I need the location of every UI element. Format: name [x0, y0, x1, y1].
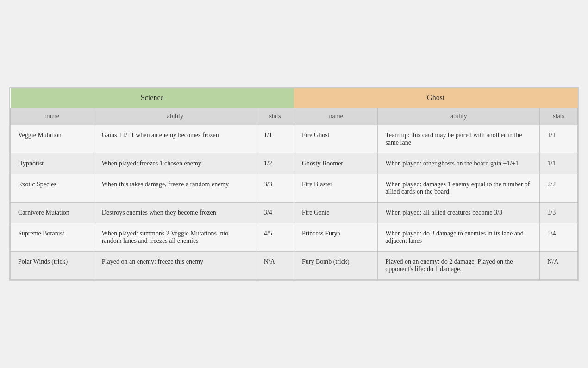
science-stats-header: stats — [256, 108, 294, 125]
ghost-stats-cell: N/A — [540, 252, 578, 280]
ghost-ability-cell: When played: all allied creatures become… — [378, 203, 540, 223]
ghost-stats-cell: 5/4 — [540, 223, 578, 252]
science-ability-cell: When played: summons 2 Veggie Mutations … — [94, 223, 256, 252]
science-ability-header: ability — [94, 108, 256, 125]
science-stats-cell: 4/5 — [256, 223, 294, 252]
science-ability-cell: Destroys enemies when they become frozen — [94, 203, 256, 223]
ghost-name-cell: Fire Blaster — [294, 174, 378, 203]
ghost-name-cell: Fire Ghost — [294, 125, 378, 153]
ghost-ability-cell: Team up: this card may be paired with an… — [378, 125, 540, 153]
science-name-cell: Polar Winds (trick) — [11, 252, 94, 280]
science-name-cell: Supreme Botanist — [11, 223, 94, 252]
ghost-stats-cell: 1/1 — [540, 125, 578, 153]
science-stats-cell: N/A — [256, 252, 294, 280]
ghost-name-cell: Ghosty Boomer — [294, 153, 378, 174]
science-section-header: Science — [11, 88, 294, 108]
science-name-cell: Exotic Species — [11, 174, 94, 203]
science-stats-cell: 1/1 — [256, 125, 294, 153]
ghost-ability-cell: When played: do 3 damage to enemies in i… — [378, 223, 540, 252]
science-name-header: name — [11, 108, 94, 125]
ghost-stats-cell: 2/2 — [540, 174, 578, 203]
ghost-stats-header: stats — [540, 108, 578, 125]
ghost-name-cell: Princess Furya — [294, 223, 378, 252]
ghost-name-header: name — [294, 108, 378, 125]
ghost-ability-cell: Played on an enemy: do 2 damage. Played … — [378, 252, 540, 280]
science-name-cell: Veggie Mutation — [11, 125, 94, 153]
ghost-section-header: Ghost — [294, 88, 578, 108]
ghost-ability-cell: When played: damages 1 enemy equal to th… — [378, 174, 540, 203]
ghost-ability-header: ability — [378, 108, 540, 125]
main-table: Science Ghost name ability stats name ab… — [9, 87, 579, 281]
ghost-stats-cell: 3/3 — [540, 203, 578, 223]
ghost-name-cell: Fire Genie — [294, 203, 378, 223]
science-ability-cell: Played on an enemy: freeze this enemy — [94, 252, 256, 280]
science-stats-cell: 1/2 — [256, 153, 294, 174]
science-ability-cell: When played: freezes 1 chosen enemy — [94, 153, 256, 174]
science-stats-cell: 3/3 — [256, 174, 294, 203]
science-name-cell: Hypnotist — [11, 153, 94, 174]
ghost-stats-cell: 1/1 — [540, 153, 578, 174]
science-ability-cell: Gains +1/+1 when an enemy becomes frozen — [94, 125, 256, 153]
ghost-name-cell: Fury Bomb (trick) — [294, 252, 378, 280]
science-name-cell: Carnivore Mutation — [11, 203, 94, 223]
ghost-ability-cell: When played: other ghosts on the board g… — [378, 153, 540, 174]
science-ability-cell: When this takes damage, freeze a random … — [94, 174, 256, 203]
science-stats-cell: 3/4 — [256, 203, 294, 223]
